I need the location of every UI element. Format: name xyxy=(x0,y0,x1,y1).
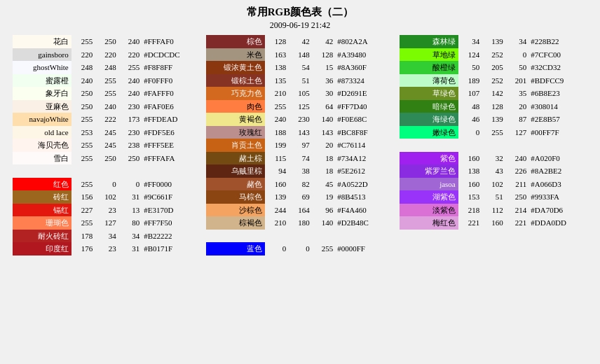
page-subtitle: 2009-06-19 21:42 xyxy=(13,20,587,31)
table-row: 海贝壳色255245238#FFF5EE肖贡土色1999720#C76114 xyxy=(13,139,587,152)
color-name-right: jasoa xyxy=(400,178,458,191)
color-name-left: 花白 xyxy=(13,35,71,48)
color-name-left: 蜜露橙 xyxy=(13,74,71,88)
color-name-middle: 棕色 xyxy=(206,35,265,48)
color-name-right: 梅红色 xyxy=(400,216,458,230)
color-name-middle: 肖贡土色 xyxy=(206,139,265,152)
color-name-left: 海贝壳色 xyxy=(13,139,71,152)
color-name-left: navajoWhite xyxy=(13,113,71,126)
color-name-right: 紫罗兰色 xyxy=(400,164,458,178)
color-name-middle: 赭色 xyxy=(206,178,265,191)
color-name-left: ghostWhite xyxy=(13,61,71,74)
color-name-middle: 巧克力色 xyxy=(206,87,265,100)
table-row: 耐火砖红1783434#B22222 xyxy=(13,230,587,243)
color-name-middle: 蓝色 xyxy=(206,242,265,255)
color-name-right: 海绿色 xyxy=(400,113,458,126)
table-row: navajoWhite255222173#FFDEAD黄褐色240230140#… xyxy=(13,113,587,126)
color-name-middle: 黄褐色 xyxy=(206,113,265,126)
color-name-middle: 赭土棕 xyxy=(206,152,265,165)
table-row: ghostWhite248248255#F8F8FF锻浓黄土色1385415#8… xyxy=(13,61,587,74)
color-name-right: 草绿色 xyxy=(400,87,458,100)
color-name-left: 砖红 xyxy=(13,190,71,204)
table-row: 镉红2272313#E3170D沙棕色24416496#F4A460淡紫色218… xyxy=(13,204,587,217)
color-name-left: 耐火砖红 xyxy=(13,230,71,243)
color-name-middle: 米色 xyxy=(206,48,265,62)
color-name-left: 镉红 xyxy=(13,204,71,217)
color-name-middle: 沙棕色 xyxy=(206,204,265,217)
color-name-right: 草地绿 xyxy=(400,48,458,62)
color-name-middle: 乌贼里棕 xyxy=(206,164,265,178)
color-name-right: 淡紫色 xyxy=(400,204,458,217)
table-row: 珊瑚色25512780#FF7F50棕褐色210180140#D2B48C梅红色… xyxy=(13,216,587,230)
table-row: 乌贼里棕943818#5E2612紫罗兰色13843226#8A2BE2 xyxy=(13,164,587,178)
color-name-middle: 锻棕土色 xyxy=(206,74,265,88)
table-row: 蜜露橙240255240#F0FFF0锻棕土色1355136#873324薄荷色… xyxy=(13,74,587,88)
table-row: old lace253245230#FDF5E6玫瑰红188143143#BC8… xyxy=(13,126,587,139)
color-name-left: 红色 xyxy=(13,178,71,191)
table-row: 印度红1762331#B0171F蓝色00255#0000FF xyxy=(13,242,587,255)
color-name-right: 薄荷色 xyxy=(400,74,458,88)
table-row: 砖红15610231#9C661F马棕色1396919#8B4513湖紫色153… xyxy=(13,190,587,204)
table-row: gainsboro220220220#DCDCDC米色163148128#A39… xyxy=(13,48,587,62)
color-name-left: old lace xyxy=(13,126,71,139)
main-container: 常用RGB颜色表（二） 2009-06-19 21:42 花白255250240… xyxy=(13,6,587,255)
color-name-left: 印度红 xyxy=(13,242,71,255)
color-name-middle: 马棕色 xyxy=(206,190,265,204)
color-name-right: 森林绿 xyxy=(400,35,458,48)
table-row: 花白255250240#FFFAF0棕色1284242#802A2A森林绿341… xyxy=(13,35,587,48)
color-name-middle: 肉色 xyxy=(206,100,265,113)
color-name-middle: 棕褐色 xyxy=(206,216,265,230)
color-name-middle: 锻浓黄土色 xyxy=(206,61,265,74)
table-row: 象牙白250255240#FAFFF0巧克力色21010530#D2691E草绿… xyxy=(13,87,587,100)
color-name-left: 雪白 xyxy=(13,152,71,165)
color-name-right: 湖紫色 xyxy=(400,190,458,204)
table-row: 亚麻色250240230#FAF0E6肉色25512564#FF7D40暗绿色4… xyxy=(13,100,587,113)
color-name-right: 嫩绿色 xyxy=(400,126,458,139)
page-title: 常用RGB颜色表（二） xyxy=(13,6,587,19)
color-name-left: 珊瑚色 xyxy=(13,216,71,230)
color-name-left: gainsboro xyxy=(13,48,71,62)
color-table: 花白255250240#FFFAF0棕色1284242#802A2A森林绿341… xyxy=(13,35,587,255)
color-name-right: 酸橙绿 xyxy=(400,61,458,74)
color-name-right: 紫色 xyxy=(400,152,458,165)
color-name-right: 暗绿色 xyxy=(400,100,458,113)
table-row: 红色25500#FF0000赭色1608245#A0522Djasoa16010… xyxy=(13,178,587,191)
table-row: 雪白255250250#FFFAFA赭土棕1157418#734A12紫色160… xyxy=(13,152,587,165)
color-name-left: 象牙白 xyxy=(13,87,71,100)
color-name-middle: 玫瑰红 xyxy=(206,126,265,139)
color-name-left: 亚麻色 xyxy=(13,100,71,113)
